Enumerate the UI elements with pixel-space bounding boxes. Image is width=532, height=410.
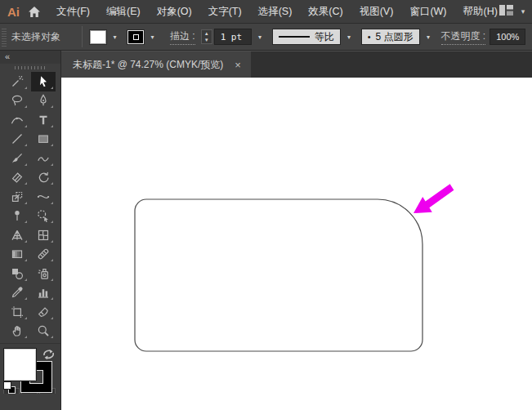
stroke-profile-preview (279, 36, 310, 38)
line-segment-tool[interactable] (5, 130, 29, 149)
fill-dropdown-chevron-icon[interactable]: ▾ (108, 29, 122, 45)
workspace-switcher-icon[interactable] (499, 4, 513, 20)
stroke-panel-link[interactable]: 描边 : (170, 29, 195, 45)
brush-value: 5 点圆形 (375, 30, 413, 44)
opacity-field[interactable]: 100% (490, 29, 525, 45)
tools-panel: « (0, 51, 61, 410)
tools-panel-grip[interactable] (0, 64, 60, 72)
rotate-tool[interactable] (31, 168, 56, 188)
menu-item-1[interactable]: 编辑(E) (105, 2, 142, 21)
document-tab-bar: 未标题-1* @ 74.27% (CMYK/预览)× (61, 51, 532, 78)
pen-tool[interactable] (31, 91, 56, 111)
swap-fill-stroke-icon[interactable] (42, 349, 55, 363)
column-graph-tool[interactable] (31, 283, 56, 303)
hand-icon (11, 324, 24, 337)
rectangle-tool[interactable] (31, 130, 56, 149)
document-tab[interactable]: 未标题-1* @ 74.27% (CMYK/预览)× (61, 51, 251, 78)
stroke-weight-chevron-icon[interactable]: ▾ (253, 29, 267, 45)
type-icon (37, 114, 50, 127)
shape-builder-icon (37, 209, 50, 222)
puppet-warp-tool[interactable] (5, 207, 29, 226)
lasso-tool[interactable] (5, 91, 29, 111)
menu-item-2[interactable]: 对象(O) (155, 2, 194, 21)
zoom-tool[interactable] (31, 322, 56, 341)
width-profile-chevron-icon[interactable]: ▾ (342, 29, 356, 45)
selection-tool[interactable] (31, 72, 56, 91)
symbol-sprayer-icon (37, 267, 50, 280)
measure-tool[interactable] (31, 245, 56, 265)
stroke-weight-field[interactable]: 1 pt (214, 29, 252, 45)
curvature-icon (11, 114, 24, 127)
blend-icon (11, 267, 24, 280)
symbol-sprayer-tool[interactable] (31, 264, 56, 283)
slice-tool[interactable] (31, 302, 56, 322)
rotate-icon (37, 171, 50, 184)
menu-item-0[interactable]: 文件(F) (55, 2, 92, 21)
gradient-tool[interactable] (5, 245, 29, 265)
slice-icon (37, 305, 50, 319)
curvature-tool[interactable] (5, 110, 29, 130)
annotation-arrow[interactable] (414, 184, 454, 213)
controlbar-grip[interactable] (2, 27, 7, 47)
stroke-weight-stepper[interactable]: ▲▼ (201, 29, 212, 44)
menu-bar: Ai 文件(F)编辑(E)对象(O)文字(T)选择(S)效果(C)视图(V)窗口… (0, 0, 532, 24)
blend-tool[interactable] (5, 264, 29, 283)
shaper-icon (37, 152, 50, 165)
selection-icon (37, 75, 50, 88)
type-tool[interactable] (31, 110, 56, 130)
artboard-tool[interactable] (5, 302, 29, 322)
divider (82, 26, 83, 47)
control-bar: 未选择对象 ▾ ▾ 描边 : ▲▼ 1 pt ▾ 等比 ▾ • 5 点圆形 ▾ … (0, 24, 532, 51)
fill-color-swatch[interactable] (90, 30, 106, 44)
shaper-tool[interactable] (31, 149, 56, 168)
default-fill-stroke-icon[interactable] (3, 381, 16, 394)
eyedropper-tool[interactable] (5, 283, 29, 303)
perspective-grid-tool[interactable] (5, 225, 29, 245)
width-profile-dropdown[interactable]: 等比 (272, 29, 341, 45)
menu-item-5[interactable]: 效果(C) (306, 2, 344, 21)
document-area: 未标题-1* @ 74.27% (CMYK/预览)× (61, 51, 532, 410)
fill-color-indicator[interactable] (4, 349, 36, 381)
eraser-tool[interactable] (5, 168, 29, 188)
mesh-tool[interactable] (31, 225, 56, 245)
rounded-rectangle-shape[interactable] (135, 199, 422, 351)
menu-item-7[interactable]: 窗口(W) (408, 2, 448, 21)
scale-tool[interactable] (5, 187, 29, 207)
magic-wand-tool[interactable] (5, 72, 29, 91)
pen-icon (37, 94, 50, 107)
gradient-icon (11, 247, 24, 261)
width-tool[interactable] (31, 187, 56, 207)
magic-wand-icon (11, 75, 24, 88)
eraser-icon (11, 171, 24, 184)
menu-item-6[interactable]: 视图(V) (358, 2, 396, 21)
menu-item-4[interactable]: 选择(S) (257, 2, 294, 21)
artboard-canvas[interactable] (61, 78, 532, 410)
lasso-icon (11, 94, 24, 107)
width-icon (37, 190, 50, 203)
tab-close-icon[interactable]: × (235, 60, 241, 70)
document-tab-title: 未标题-1* @ 74.27% (CMYK/预览) (73, 58, 223, 72)
brush-preview-dot: • (368, 32, 371, 42)
perspective-grid-icon (11, 229, 24, 242)
artboard-icon (11, 305, 24, 319)
opacity-panel-link[interactable]: 不透明度 : (441, 29, 486, 45)
stroke-dropdown-chevron-icon[interactable]: ▾ (145, 29, 159, 45)
stroke-color-swatch[interactable] (127, 30, 144, 44)
menu-item-8[interactable]: 帮助(H) (462, 2, 499, 21)
tool-grid (0, 72, 60, 341)
puppet-warp-icon (11, 209, 24, 222)
home-icon[interactable] (28, 2, 41, 20)
shape-builder-tool[interactable] (31, 207, 56, 226)
menu-items: 文件(F)编辑(E)对象(O)文字(T)选择(S)效果(C)视图(V)窗口(W)… (55, 2, 499, 21)
fill-stroke-widget (0, 343, 60, 394)
illustrator-logo-icon: Ai (7, 5, 20, 19)
brush-dropdown[interactable]: • 5 点圆形 (361, 29, 420, 45)
hand-tool[interactable] (5, 322, 29, 341)
paintbrush-tool[interactable] (5, 149, 29, 168)
width-profile-value: 等比 (315, 30, 334, 44)
collapse-panel-icon[interactable]: « (0, 51, 60, 64)
brush-chevron-icon[interactable]: ▾ (422, 29, 436, 45)
measure-icon (37, 247, 50, 261)
menu-item-3[interactable]: 文字(T) (207, 2, 244, 21)
workspace-chevron-icon[interactable]: ▾ (521, 8, 525, 16)
